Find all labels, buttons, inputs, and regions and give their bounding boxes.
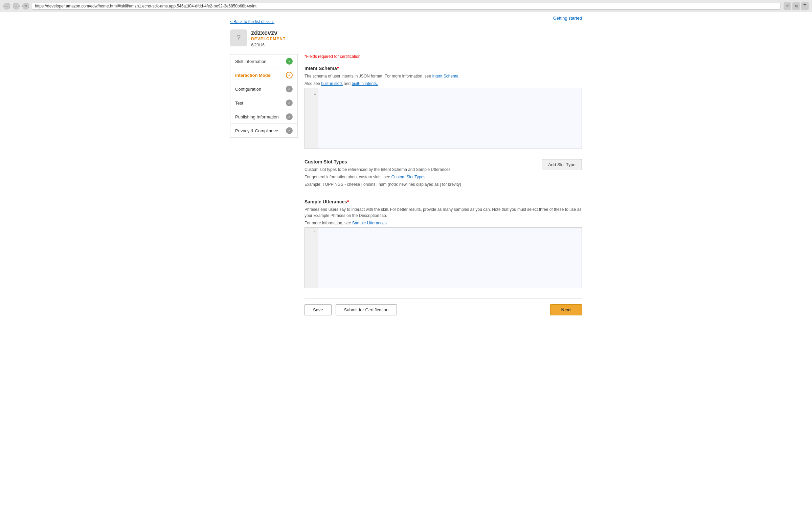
skill-info-header: zdzxcvzv DEVELOPMENT 6/23/16 bbox=[251, 29, 286, 47]
back-button[interactable]: ← bbox=[3, 3, 10, 9]
url-bar[interactable] bbox=[32, 3, 781, 9]
add-slot-type-button[interactable]: Add Slot Type bbox=[542, 159, 582, 170]
forward-button[interactable]: → bbox=[13, 3, 20, 9]
sample-utterances-section: Sample Utterances* Phrases end users say… bbox=[304, 199, 582, 288]
sidebar-icon-privacy-compliance: ✓ bbox=[286, 127, 293, 134]
intent-schema-link1[interactable]: Intent Schema. bbox=[432, 74, 460, 79]
skill-header: ? zdzxcvzv DEVELOPMENT 6/23/16 bbox=[230, 29, 582, 47]
built-in-slots-link[interactable]: built-in slots bbox=[321, 81, 342, 86]
custom-slot-title: Custom Slot Types bbox=[304, 159, 461, 164]
sidebar-label-configuration: Configuration bbox=[235, 87, 261, 92]
menu-icon[interactable]: ☰ bbox=[801, 2, 809, 10]
intent-schema-title: Intent Schema* bbox=[304, 66, 582, 71]
bookmark-icon[interactable]: ☆ bbox=[784, 2, 791, 10]
sample-utterances-editor: 1 bbox=[304, 227, 582, 288]
intent-schema-required-star: * bbox=[337, 66, 339, 71]
save-button[interactable]: Save bbox=[304, 304, 332, 315]
getting-started-link[interactable]: Getting started bbox=[553, 16, 582, 21]
custom-slot-desc2: For general information about custom slo… bbox=[304, 174, 461, 180]
slot-header: Custom Slot Types Custom slot types to b… bbox=[304, 159, 582, 189]
custom-slot-desc1: Custom slot types to be referenced by th… bbox=[304, 167, 461, 173]
sidebar-icon-test: ✓ bbox=[286, 99, 293, 106]
sample-utterances-textarea[interactable] bbox=[318, 228, 582, 288]
skill-status: DEVELOPMENT bbox=[251, 37, 286, 41]
avatar: ? bbox=[230, 29, 247, 46]
sidebar-item-skill-information[interactable]: Skill Information ✓ bbox=[230, 54, 298, 68]
main-layout: Skill Information ✓ Interaction Model ✓ … bbox=[230, 54, 582, 315]
built-in-intents-link[interactable]: built-in intents. bbox=[352, 81, 378, 86]
required-note: *Fields required for certification bbox=[304, 54, 582, 59]
sidebar-item-configuration[interactable]: Configuration ✓ bbox=[230, 82, 298, 96]
sample-utterances-desc2: For more information, see Sample Utteran… bbox=[304, 220, 582, 226]
custom-slot-section: Custom Slot Types Custom slot types to b… bbox=[304, 159, 582, 189]
intent-schema-section: Intent Schema* The schema of user intent… bbox=[304, 66, 582, 149]
page-wrapper: < Back to the list of skills Getting sta… bbox=[0, 12, 812, 510]
intent-schema-desc1: The schema of user intents in JSON forma… bbox=[304, 73, 582, 79]
sample-utterances-title: Sample Utterances* bbox=[304, 199, 582, 204]
skill-name: zdzxcvzv bbox=[251, 29, 286, 37]
sidebar-item-interaction-model[interactable]: Interaction Model ✓ bbox=[230, 68, 298, 82]
next-button[interactable]: Next bbox=[550, 304, 582, 315]
bottom-buttons: Save Submit for Certification Next bbox=[304, 298, 582, 315]
sidebar-label-skill-information: Skill Information bbox=[235, 59, 266, 64]
sample-utterances-required-star: * bbox=[347, 199, 349, 204]
custom-slot-types-link[interactable]: Custom Slot Types. bbox=[391, 175, 427, 179]
sidebar-icon-skill-information: ✓ bbox=[286, 58, 293, 65]
top-bar: < Back to the list of skills Getting sta… bbox=[230, 19, 582, 29]
custom-slot-example: Example: TOPPINGS - cheese | onions | ha… bbox=[304, 181, 461, 187]
avatar-icon: ? bbox=[236, 34, 241, 42]
intent-schema-editor: 1 bbox=[304, 88, 582, 149]
sidebar-item-privacy-compliance[interactable]: Privacy & Compliance ✓ bbox=[230, 124, 298, 138]
reload-button[interactable]: ↻ bbox=[22, 3, 29, 9]
back-to-list-link[interactable]: < Back to the list of skills bbox=[230, 19, 274, 24]
intent-schema-desc2: Also see built-in slots and built-in int… bbox=[304, 81, 582, 87]
sidebar-nav: Skill Information ✓ Interaction Model ✓ … bbox=[230, 54, 298, 138]
sidebar-icon-interaction-model: ✓ bbox=[286, 72, 293, 79]
intent-schema-textarea[interactable] bbox=[318, 88, 582, 149]
sidebar-label-test: Test bbox=[235, 101, 243, 106]
page-content: < Back to the list of skills Getting sta… bbox=[220, 12, 592, 322]
submit-for-certification-button[interactable]: Submit for Certification bbox=[336, 304, 397, 315]
sample-utterances-link[interactable]: Sample Utterances. bbox=[352, 221, 388, 225]
sidebar-label-interaction-model: Interaction Model bbox=[235, 73, 272, 78]
sample-utterances-line-numbers: 1 bbox=[305, 228, 318, 288]
sidebar-label-publishing-information: Publishing Information bbox=[235, 114, 279, 119]
slot-info: Custom Slot Types Custom slot types to b… bbox=[304, 159, 461, 189]
extensions-icon[interactable]: M bbox=[792, 2, 800, 10]
sample-utterances-desc1: Phrases end users say to interact with t… bbox=[304, 206, 582, 219]
sidebar-item-publishing-information[interactable]: Publishing Information ✓ bbox=[230, 110, 298, 124]
skill-date: 6/23/16 bbox=[251, 43, 286, 47]
sidebar-item-test[interactable]: Test ✓ bbox=[230, 96, 298, 110]
sidebar-icon-configuration: ✓ bbox=[286, 86, 293, 92]
sidebar-label-privacy-compliance: Privacy & Compliance bbox=[235, 128, 278, 133]
intent-schema-line-numbers: 1 bbox=[305, 88, 318, 149]
sidebar-icon-publishing-information: ✓ bbox=[286, 113, 293, 120]
browser-chrome: ← → ↻ ☆ M ☰ bbox=[0, 0, 812, 12]
main-content: *Fields required for certification Inten… bbox=[304, 54, 582, 315]
